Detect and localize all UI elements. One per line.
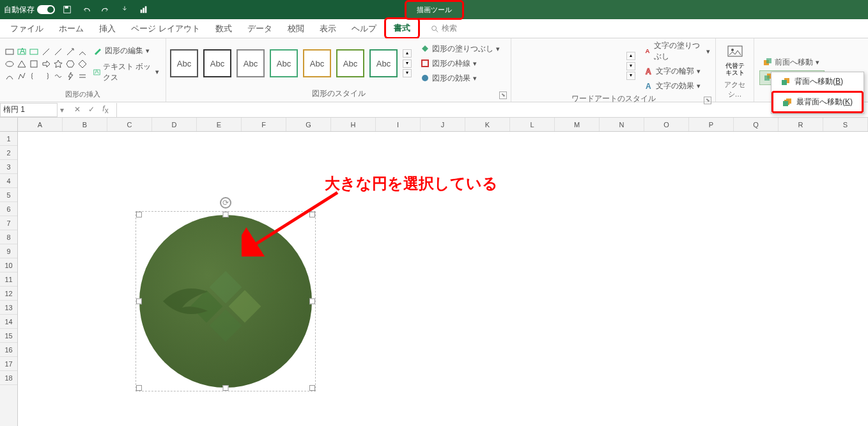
wa-more-icon[interactable]: ▾ — [626, 72, 635, 80]
autosave-toggle[interactable]: 自動保存 — [4, 4, 55, 15]
col-header[interactable]: E — [197, 118, 242, 131]
contextual-tab-drawing-tools[interactable]: 描画ツール — [405, 0, 464, 20]
launcher-icon[interactable]: ⬊ — [499, 91, 507, 99]
resize-handle[interactable] — [136, 299, 142, 304]
formula-input[interactable] — [116, 103, 868, 117]
resize-handle[interactable] — [136, 385, 142, 391]
col-header[interactable]: B — [63, 118, 107, 131]
rotation-handle-icon[interactable]: ⟳ — [220, 197, 231, 209]
wordart-gallery[interactable]: ▴ ▾ ▾ — [515, 50, 635, 82]
row-header[interactable]: 9 — [0, 244, 17, 258]
col-header[interactable]: J — [421, 118, 465, 131]
tab-review[interactable]: 校閲 — [280, 19, 312, 38]
tab-page-layout[interactable]: ページ レイアウト — [123, 19, 208, 38]
row-header[interactable]: 10 — [0, 258, 17, 272]
text-outline-button[interactable]: A文字の輪郭 ▾ — [643, 65, 711, 77]
tab-view[interactable]: 表示 — [312, 19, 344, 38]
tab-help[interactable]: ヘルプ — [344, 19, 384, 38]
text-effects-button[interactable]: A文字の効果 ▾ — [643, 80, 711, 92]
col-header[interactable]: I — [376, 118, 421, 131]
col-header[interactable]: M — [555, 118, 600, 131]
gallery-more-icon[interactable]: ▾ — [403, 69, 412, 77]
tab-file[interactable]: ファイル — [3, 19, 51, 38]
tab-home[interactable]: ホーム — [51, 19, 91, 38]
col-header[interactable]: P — [689, 118, 734, 131]
row-header[interactable]: 18 — [0, 371, 17, 385]
col-header[interactable]: K — [465, 118, 510, 131]
col-header[interactable]: O — [644, 118, 689, 131]
row-header[interactable]: 15 — [0, 329, 17, 343]
col-header[interactable]: A — [18, 118, 63, 131]
row-header[interactable]: 3 — [0, 160, 17, 174]
row-header[interactable]: 1 — [0, 132, 17, 146]
col-header[interactable]: L — [510, 118, 555, 131]
search-box[interactable]: 検索 — [430, 23, 457, 34]
row-header[interactable]: 14 — [0, 315, 17, 329]
shape-effects-button[interactable]: 図形の効果 ▾ — [419, 72, 501, 84]
resize-handle[interactable] — [309, 212, 315, 217]
col-header[interactable]: G — [286, 118, 331, 131]
tab-data[interactable]: データ — [240, 19, 280, 38]
redo-icon[interactable] — [98, 3, 112, 17]
edit-shape-button[interactable]: 図形の編集 ▾ — [91, 44, 162, 58]
col-header[interactable]: Q — [734, 118, 779, 131]
cancel-formula-icon[interactable]: ✕ — [72, 105, 83, 114]
row-header[interactable]: 11 — [0, 272, 17, 287]
col-header[interactable]: C — [107, 118, 152, 131]
save-icon[interactable] — [60, 3, 74, 17]
row-header[interactable]: 16 — [0, 343, 17, 357]
shape-style-7[interactable]: Abc — [369, 49, 398, 77]
col-header[interactable]: S — [823, 118, 868, 131]
wordart-style-1[interactable] — [515, 50, 547, 82]
col-header[interactable]: H — [331, 118, 376, 131]
row-header[interactable]: 17 — [0, 357, 17, 371]
row-header[interactable]: 12 — [0, 287, 17, 301]
wordart-style-2[interactable] — [552, 50, 584, 82]
shape-outline-button[interactable]: 図形の枠線 ▾ — [419, 58, 501, 70]
fx-icon[interactable]: fx — [100, 104, 111, 115]
resize-handle[interactable] — [136, 212, 142, 217]
row-header[interactable]: 6 — [0, 202, 17, 216]
tab-insert[interactable]: 挿入 — [91, 19, 123, 38]
menu-send-to-back[interactable]: 最背面へ移動(K) — [771, 91, 864, 113]
resize-handle[interactable] — [223, 385, 229, 391]
wordart-style-3[interactable] — [589, 50, 621, 82]
touch-mode-icon[interactable] — [118, 3, 132, 17]
col-header[interactable]: R — [779, 118, 823, 131]
tab-format[interactable]: 書式 — [384, 17, 420, 39]
resize-handle[interactable] — [223, 212, 229, 217]
col-header[interactable]: N — [600, 118, 644, 131]
gallery-down-icon[interactable]: ▾ — [403, 59, 412, 68]
text-fill-button[interactable]: A文字の塗りつぶし ▾ — [643, 40, 711, 63]
alt-text-button[interactable]: 代替テ キスト — [720, 43, 750, 76]
resize-handle[interactable] — [309, 385, 315, 391]
textbox-button[interactable]: Aテキスト ボックス ▾ — [91, 60, 162, 84]
shape-style-4[interactable]: Abc — [270, 49, 298, 77]
shape-style-5[interactable]: Abc — [303, 49, 331, 77]
name-box[interactable] — [0, 103, 58, 117]
shape-style-1[interactable]: Abc — [170, 49, 198, 77]
row-header[interactable]: 13 — [0, 301, 17, 315]
shape-style-3[interactable]: Abc — [236, 49, 265, 77]
undo-icon[interactable] — [79, 3, 93, 17]
col-header[interactable]: D — [152, 118, 197, 131]
row-header[interactable]: 7 — [0, 216, 17, 230]
col-header[interactable]: F — [242, 118, 286, 131]
shapes-gallery[interactable]: A — [4, 46, 88, 82]
wa-down-icon[interactable]: ▾ — [626, 62, 635, 70]
row-header[interactable]: 4 — [0, 174, 17, 188]
shape-style-6[interactable]: Abc — [336, 49, 364, 77]
shape-styles-gallery[interactable]: Abc Abc Abc Abc Abc Abc Abc ▴ ▾ ▾ — [170, 49, 412, 77]
wa-up-icon[interactable]: ▴ — [626, 52, 635, 60]
row-header[interactable]: 2 — [0, 146, 17, 160]
gallery-up-icon[interactable]: ▴ — [403, 49, 412, 58]
select-all-triangle[interactable] — [0, 118, 18, 131]
tab-formulas[interactable]: 数式 — [208, 19, 240, 38]
launcher-icon[interactable]: ⬊ — [704, 97, 711, 104]
menu-send-backward[interactable]: 背面へ移動(B) — [771, 72, 864, 91]
row-header[interactable]: 5 — [0, 188, 17, 202]
enter-formula-icon[interactable]: ✓ — [86, 105, 97, 114]
row-header[interactable]: 8 — [0, 230, 17, 244]
worksheet-grid[interactable]: 1 2 3 4 5 6 7 8 9 10 11 12 13 14 15 16 1… — [0, 132, 868, 426]
shape-fill-button[interactable]: 図形の塗りつぶし ▾ — [419, 43, 501, 55]
